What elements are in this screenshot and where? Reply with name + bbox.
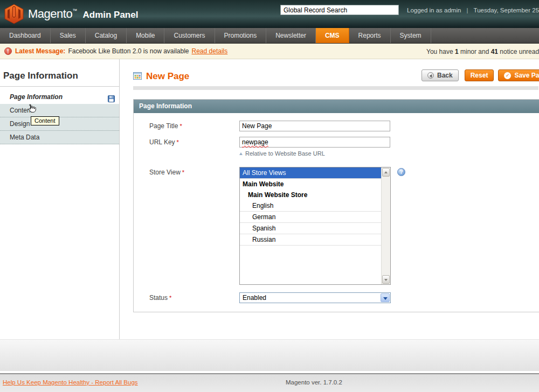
- required-mark: *: [177, 139, 179, 145]
- nav-item-cms[interactable]: CMS: [316, 28, 349, 43]
- page-title-field-row: Page Title*: [134, 121, 539, 131]
- back-arrow-icon: [427, 72, 434, 79]
- page-information-form: Page Information Page Title* URL Key*: [133, 99, 539, 312]
- required-mark: *: [169, 295, 171, 301]
- current-date: Tuesday, September 25, 2012: [474, 7, 539, 13]
- note-triangle-icon: [239, 152, 243, 155]
- summary-suffix: notice unread message(s): [498, 48, 539, 55]
- option-spanish[interactable]: Spanish: [240, 223, 381, 234]
- nav-item-reports[interactable]: Reports: [349, 28, 391, 43]
- trademark-mark: ™: [72, 8, 77, 13]
- action-buttons: Back Reset ✓ Save Page: [421, 69, 539, 81]
- tab-label: Meta Data: [10, 134, 39, 141]
- admin-header: Magento™ Admin Panel Logged in as admin …: [0, 0, 539, 28]
- summary-middle: minor and: [459, 48, 491, 55]
- magento-logo-icon: [4, 4, 24, 26]
- main-panel: New Page Back Reset ✓ Save Page Page Inf…: [120, 59, 539, 339]
- tab-label: Page Information: [10, 93, 63, 101]
- form-content: Page Title* URL Key* newpage: [134, 113, 539, 312]
- sidebar: Page Information Page Information Conten…: [0, 59, 120, 339]
- brand-name: Magento: [28, 7, 72, 20]
- minor-count: 1: [455, 48, 459, 55]
- footer: Help Us Keep Magento Healthy - Report Al…: [0, 374, 539, 392]
- latest-message-label: Latest Message:: [15, 47, 65, 55]
- message-bar: ! Latest Message: Facebook Like Button 2…: [0, 44, 539, 59]
- read-details-link[interactable]: Read details: [192, 47, 228, 55]
- required-mark: *: [182, 169, 184, 176]
- option-all-store-views[interactable]: All Store Views: [240, 167, 381, 179]
- store-view-options: All Store Views Main Website Main Websit…: [240, 167, 381, 246]
- sidebar-tab-page-information[interactable]: Page Information: [0, 90, 119, 104]
- required-mark: *: [179, 123, 182, 129]
- form-section-header: Page Information: [134, 100, 539, 113]
- page-title: New Page: [146, 71, 189, 82]
- store-view-label: Store View*: [134, 167, 239, 285]
- summary-prefix: You have: [426, 48, 455, 55]
- nav-item-newsletter[interactable]: Newsletter: [266, 28, 316, 43]
- scroll-down-icon[interactable]: [382, 275, 390, 284]
- option-german[interactable]: German: [240, 212, 381, 223]
- sidebar-tab-design[interactable]: Design: [0, 117, 119, 131]
- nav-item-sales[interactable]: Sales: [51, 28, 86, 43]
- store-view-field-row: Store View* All Store Views Main Website…: [134, 167, 539, 285]
- logged-in-text: Logged in as admin: [407, 7, 461, 13]
- panel-label: Admin Panel: [82, 10, 138, 20]
- url-key-note: Relative to Website Base URL: [239, 150, 390, 157]
- nav-item-promotions[interactable]: Promotions: [215, 28, 267, 43]
- option-english[interactable]: English: [240, 200, 381, 212]
- latest-message-text: Facebook Like Button 2.0 is now availabl…: [68, 47, 189, 55]
- version-text: Magento ver. 1.7.0.2: [286, 379, 342, 386]
- content-divider-bar: [133, 86, 538, 90]
- unread-summary: You have 1 minor and 41 notice unread me…: [426, 48, 539, 55]
- report-bugs-link[interactable]: Help Us Keep Magento Healthy - Report Al…: [3, 379, 138, 386]
- nav-item-system[interactable]: System: [391, 28, 431, 43]
- page-title-input[interactable]: [239, 121, 390, 131]
- sidebar-tab-content[interactable]: Content: [0, 104, 119, 117]
- status-select[interactable]: Enabled: [239, 292, 391, 303]
- option-main-website[interactable]: Main Website: [240, 179, 381, 190]
- content-tooltip: Content: [31, 116, 59, 125]
- multiselect-scrollbar[interactable]: [381, 167, 390, 284]
- bottom-band: [0, 339, 539, 371]
- global-search-input[interactable]: [280, 5, 399, 15]
- option-russian[interactable]: Russian: [240, 234, 381, 246]
- url-key-field-row: URL Key* newpage Relative to Website Bas…: [134, 137, 539, 157]
- login-info: Logged in as admin | Tuesday, September …: [407, 7, 539, 13]
- reset-button-label: Reset: [471, 72, 488, 79]
- tab-label: Content: [10, 107, 32, 114]
- back-button[interactable]: Back: [421, 69, 459, 81]
- status-label: Status*: [134, 292, 239, 303]
- alert-icon: !: [4, 47, 12, 55]
- page-title-label: Page Title*: [134, 121, 239, 131]
- save-page-button[interactable]: ✓ Save Page: [498, 69, 539, 81]
- sidebar-heading: Page Information: [0, 71, 119, 87]
- nav-item-customers[interactable]: Customers: [164, 28, 215, 43]
- help-icon[interactable]: ?: [397, 168, 405, 176]
- sidebar-tabs: Page Information Content Design Meta Dat…: [0, 90, 119, 144]
- reset-button[interactable]: Reset: [465, 69, 494, 81]
- content-area: Page Information Page Information Conten…: [0, 59, 539, 339]
- notice-count: 41: [491, 48, 498, 55]
- url-key-label: URL Key*: [134, 137, 239, 157]
- save-button-label: Save Page: [514, 72, 539, 79]
- nav-item-dashboard[interactable]: Dashboard: [0, 28, 51, 43]
- status-selected-value: Enabled: [243, 294, 266, 302]
- chevron-down-icon[interactable]: [381, 293, 390, 302]
- page-grid-icon: [133, 72, 142, 82]
- save-check-icon: ✓: [504, 72, 511, 79]
- nav-item-mobile[interactable]: Mobile: [127, 28, 164, 43]
- tab-label: Design: [10, 120, 30, 128]
- back-button-label: Back: [437, 72, 453, 79]
- login-divider: |: [467, 7, 468, 13]
- scroll-up-icon[interactable]: [382, 168, 390, 177]
- sidebar-tab-meta-data[interactable]: Meta Data: [0, 131, 119, 144]
- url-key-input[interactable]: newpage: [239, 137, 390, 148]
- nav-item-catalog[interactable]: Catalog: [86, 28, 127, 43]
- url-key-value: newpage: [242, 138, 268, 146]
- brand-title: Magento™ Admin Panel: [28, 7, 138, 21]
- option-main-website-store[interactable]: Main Website Store: [240, 190, 381, 200]
- main-nav: Dashboard Sales Catalog Mobile Customers…: [0, 28, 539, 44]
- store-view-multiselect[interactable]: All Store Views Main Website Main Websit…: [239, 167, 391, 285]
- status-field-row: Status* Enabled: [134, 292, 539, 303]
